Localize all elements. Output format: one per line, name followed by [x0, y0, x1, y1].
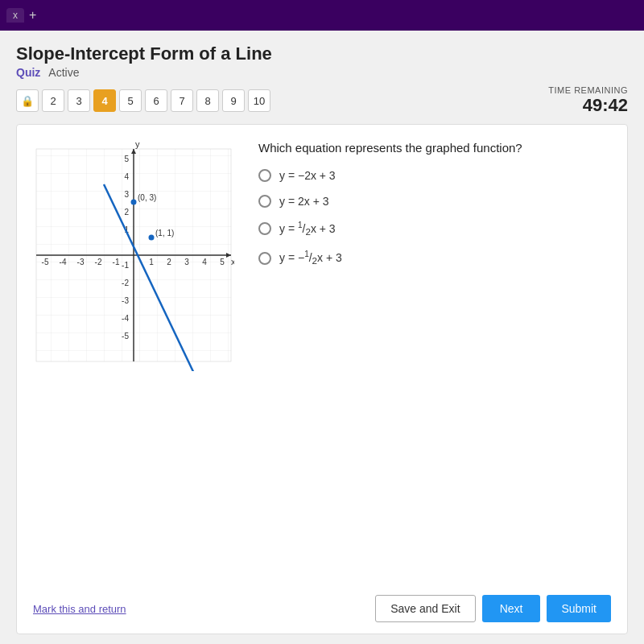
- next-button[interactable]: Next: [482, 595, 541, 622]
- quiz-body: x y -5 -4 -3 -2 -1 1 2 3 4 5 5 4 3: [33, 138, 611, 585]
- svg-point-30: [149, 235, 155, 241]
- option-a[interactable]: y = −2x + 3: [258, 169, 611, 182]
- nav-lock-button[interactable]: 🔒: [16, 89, 39, 112]
- question-area: Which equation represents the graphed fu…: [258, 138, 611, 585]
- nav-q6[interactable]: 6: [145, 89, 167, 112]
- timer-label: TIME REMAINING: [548, 85, 628, 95]
- page-title: Slope-Intercept Form of a Line: [16, 43, 628, 64]
- svg-text:4: 4: [124, 172, 129, 181]
- radio-d[interactable]: [258, 252, 271, 265]
- nav-q7[interactable]: 7: [171, 89, 193, 112]
- main-content: Slope-Intercept Form of a Line Quiz Acti…: [0, 31, 644, 644]
- svg-text:2: 2: [167, 258, 171, 266]
- nav-q8[interactable]: 8: [196, 89, 219, 112]
- nav-q9[interactable]: 9: [222, 89, 245, 112]
- svg-point-28: [131, 200, 137, 205]
- option-a-label: y = −2x + 3: [279, 169, 336, 182]
- action-buttons: Save and Exit Next Submit: [375, 595, 611, 622]
- nav-q10[interactable]: 10: [248, 89, 270, 112]
- svg-text:-5: -5: [122, 332, 129, 341]
- nav-q3[interactable]: 3: [68, 89, 90, 112]
- question-nav: 🔒 2 3 4 5 6 7 8 9 10: [16, 89, 270, 112]
- svg-text:5: 5: [124, 155, 129, 163]
- radio-c[interactable]: [258, 222, 271, 235]
- option-b[interactable]: y = 2x + 3: [258, 195, 611, 208]
- graph-area: x y -5 -4 -3 -2 -1 1 2 3 4 5 5 4 3: [33, 138, 242, 585]
- svg-text:3: 3: [184, 258, 189, 266]
- svg-text:-4: -4: [122, 314, 129, 323]
- graph-svg: x y -5 -4 -3 -2 -1 1 2 3 4 5 5 4 3: [33, 138, 234, 371]
- svg-text:-2: -2: [122, 279, 129, 287]
- nav-timer-row: 🔒 2 3 4 5 6 7 8 9 10 TIME REMAINING 49:4…: [16, 85, 628, 116]
- mark-return-link[interactable]: Mark this and return: [33, 603, 126, 615]
- radio-a[interactable]: [258, 169, 271, 182]
- radio-b[interactable]: [258, 195, 271, 208]
- svg-text:-5: -5: [42, 258, 49, 266]
- svg-text:x: x: [231, 257, 234, 266]
- svg-text:-4: -4: [60, 258, 67, 266]
- svg-text:4: 4: [202, 258, 207, 266]
- timer-block: TIME REMAINING 49:42: [548, 85, 628, 116]
- svg-text:2: 2: [124, 208, 129, 217]
- option-d[interactable]: y = −1/2x + 3: [258, 250, 611, 266]
- option-c[interactable]: y = 1/2x + 3: [258, 221, 611, 237]
- quiz-card: x y -5 -4 -3 -2 -1 1 2 3 4 5 5 4 3: [16, 124, 628, 634]
- svg-text:(0, 3): (0, 3): [138, 193, 156, 202]
- svg-text:(1, 1): (1, 1): [155, 229, 174, 237]
- new-tab-button[interactable]: +: [29, 8, 36, 23]
- browser-chrome: x +: [0, 0, 644, 31]
- svg-text:5: 5: [220, 258, 225, 266]
- quiz-status-row: Quiz Active: [16, 66, 628, 79]
- nav-q5[interactable]: 5: [119, 89, 142, 112]
- browser-tab[interactable]: x: [6, 8, 24, 23]
- option-d-label: y = −1/2x + 3: [279, 250, 342, 266]
- timer-value: 49:42: [548, 95, 628, 116]
- option-b-label: y = 2x + 3: [279, 195, 328, 208]
- svg-text:y: y: [135, 139, 140, 149]
- svg-text:-2: -2: [95, 258, 102, 266]
- svg-text:3: 3: [124, 190, 129, 199]
- question-text: Which equation represents the graphed fu…: [258, 141, 611, 155]
- svg-text:-3: -3: [122, 296, 129, 305]
- bottom-row: Mark this and return Save and Exit Next …: [33, 595, 611, 622]
- svg-text:-3: -3: [77, 258, 85, 266]
- nav-q2[interactable]: 2: [42, 89, 64, 112]
- svg-text:1: 1: [149, 258, 154, 266]
- nav-q4[interactable]: 4: [93, 89, 116, 112]
- svg-text:-1: -1: [113, 258, 120, 266]
- submit-button[interactable]: Submit: [547, 595, 611, 622]
- save-exit-button[interactable]: Save and Exit: [375, 595, 475, 622]
- quiz-label[interactable]: Quiz: [16, 66, 40, 79]
- option-c-label: y = 1/2x + 3: [279, 221, 336, 237]
- svg-text:-1: -1: [122, 261, 129, 270]
- active-label: Active: [48, 66, 79, 79]
